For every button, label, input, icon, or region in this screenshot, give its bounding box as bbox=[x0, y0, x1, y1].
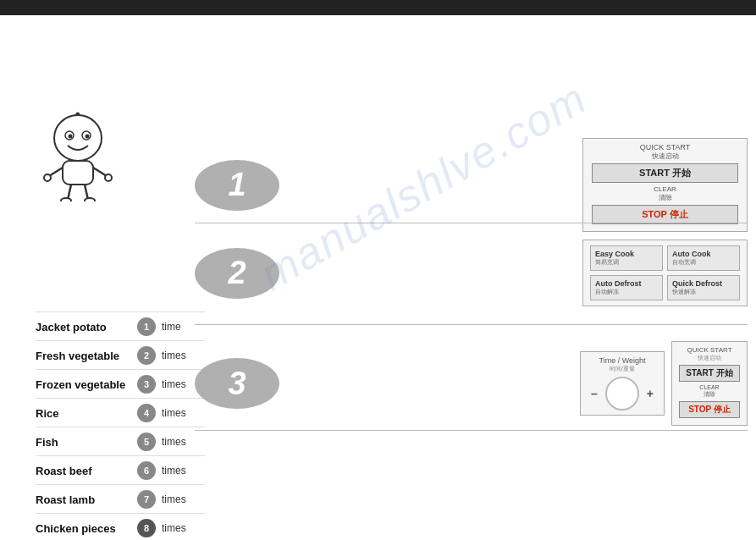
step-3-oval: 3 bbox=[195, 358, 279, 409]
stop-button-1[interactable]: STOP 停止 bbox=[592, 205, 738, 224]
panel2-cell-label-0: Easy Cook bbox=[595, 250, 658, 258]
divider-2 bbox=[195, 324, 748, 325]
sidebar-item-5: Fish5times bbox=[36, 427, 205, 456]
qs-label-3: QUICK START bbox=[679, 346, 740, 354]
panel-step3-right: QUICK START 快速启动 START 开始 CLEAR 清除 STOP … bbox=[671, 341, 748, 426]
step-2-number: 2 bbox=[228, 255, 246, 291]
qs-label-1: QUICK START bbox=[592, 143, 738, 152]
panel2-cell-2[interactable]: Auto Defrost自动解冻 bbox=[590, 275, 663, 300]
sidebar-times-4: times bbox=[162, 407, 186, 419]
sidebar-item-4: Rice4times bbox=[36, 399, 205, 427]
time-sub: 时间/重量 bbox=[588, 365, 657, 373]
panel2-cell-0[interactable]: Easy Cook简易烹调 bbox=[590, 245, 663, 271]
svg-point-7 bbox=[86, 135, 90, 139]
sidebar-badge-3: 3 bbox=[137, 375, 156, 394]
panel-step1: QUICK START 快速启动 START 开始 CLEAR 清除 STOP … bbox=[582, 138, 748, 232]
time-label: Time / Weight bbox=[588, 356, 657, 365]
sidebar-item-label-5: Fish bbox=[36, 436, 133, 449]
panel-step3-time: Time / Weight 时间/重量 – + bbox=[580, 351, 665, 416]
time-dial[interactable] bbox=[605, 377, 639, 411]
panel2-cell-label-3: Quick Defrost bbox=[672, 279, 735, 288]
panel2-cell-label-2: Auto Defrost bbox=[595, 279, 658, 288]
panel2-cell-sub-1: 自动烹调 bbox=[672, 258, 735, 267]
svg-rect-8 bbox=[63, 161, 93, 185]
sidebar-item-label-1: Jacket potato bbox=[36, 321, 133, 333]
step-section-3: 3 Time / Weight 时间/重量 – + QUICK START 快速… bbox=[195, 341, 748, 426]
sidebar-times-3: times bbox=[162, 378, 186, 390]
sidebar-badge-6: 6 bbox=[137, 461, 156, 480]
clear-sub-3: 清除 bbox=[679, 390, 740, 399]
clear-label-3: CLEAR bbox=[679, 384, 740, 390]
panel2-cell-label-1: Auto Cook bbox=[672, 250, 735, 258]
panel2-cell-1[interactable]: Auto Cook自动烹调 bbox=[667, 245, 740, 271]
top-bar bbox=[0, 0, 756, 15]
sidebar-item-8: Chicken pieces8times bbox=[36, 514, 205, 540]
sidebar-times-2: times bbox=[162, 350, 186, 361]
sidebar-badge-2: 2 bbox=[137, 346, 156, 365]
sidebar-item-1: Jacket potato1time bbox=[36, 311, 205, 341]
step-1-number: 1 bbox=[228, 167, 246, 203]
sidebar-item-2: Fresh vegetable2times bbox=[36, 341, 205, 370]
svg-line-10 bbox=[93, 168, 107, 176]
divider-1 bbox=[195, 223, 748, 223]
sidebar-times-6: times bbox=[162, 465, 186, 477]
sidebar-badge-5: 5 bbox=[137, 433, 156, 451]
sidebar-times-1: time bbox=[162, 321, 181, 333]
minus-btn[interactable]: – bbox=[588, 387, 601, 400]
sidebar-times-7: times bbox=[162, 493, 186, 505]
step-section-2: 2 Easy Cook简易烹调Auto Cook自动烹调Auto Defrost… bbox=[195, 240, 748, 306]
sidebar-badge-1: 1 bbox=[137, 317, 156, 336]
svg-point-16 bbox=[85, 198, 95, 201]
svg-point-3 bbox=[54, 115, 102, 161]
stop-button-3[interactable]: STOP 停止 bbox=[679, 401, 740, 418]
sidebar-times-8: times bbox=[162, 522, 186, 534]
sidebar-item-7: Roast lamb7times bbox=[36, 485, 205, 514]
qs-sub-1: 快速启动 bbox=[592, 152, 738, 161]
step-3-number: 3 bbox=[228, 366, 246, 402]
qs-sub-3: 快速启动 bbox=[679, 354, 740, 362]
plus-btn[interactable]: + bbox=[643, 387, 657, 400]
sidebar-item-label-4: Rice bbox=[36, 407, 133, 420]
clear-sub-1: 清除 bbox=[592, 193, 738, 202]
step3-panels: Time / Weight 时间/重量 – + QUICK START 快速启动… bbox=[580, 341, 748, 426]
panel-step2: Easy Cook简易烹调Auto Cook自动烹调Auto Defrost自动… bbox=[582, 240, 748, 306]
start-button-1[interactable]: START 开始 bbox=[592, 163, 738, 183]
main-content: Jacket potato1timeFresh vegetable2timesF… bbox=[0, 15, 756, 540]
clear-label-1: CLEAR bbox=[592, 185, 738, 193]
sidebar-item-label-7: Roast lamb bbox=[36, 493, 133, 506]
sidebar-badge-4: 4 bbox=[137, 404, 156, 422]
svg-point-6 bbox=[69, 135, 73, 139]
sidebar-item-label-8: Chicken pieces bbox=[36, 522, 133, 535]
time-controls: – + bbox=[588, 377, 657, 411]
svg-point-11 bbox=[44, 174, 51, 181]
sidebar-item-3: Frozen vegetable3times bbox=[36, 370, 205, 399]
step-1-oval: 1 bbox=[195, 160, 279, 211]
mascot bbox=[36, 108, 120, 197]
step-2-oval: 2 bbox=[195, 248, 279, 299]
panel2-cell-sub-3: 快速解冻 bbox=[672, 288, 735, 296]
divider-3 bbox=[195, 430, 748, 431]
step-section-1: 1 QUICK START 快速启动 START 开始 CLEAR 清除 STO… bbox=[195, 138, 748, 232]
panel2-cell-3[interactable]: Quick Defrost快速解冻 bbox=[667, 275, 740, 300]
svg-point-12 bbox=[105, 174, 112, 181]
sidebar-item-label-6: Roast beef bbox=[36, 465, 133, 477]
sidebar-times-5: times bbox=[162, 436, 186, 448]
sidebar-list: Jacket potato1timeFresh vegetable2timesF… bbox=[36, 311, 205, 540]
sidebar-item-label-2: Fresh vegetable bbox=[36, 350, 133, 362]
svg-point-15 bbox=[61, 198, 71, 201]
panel2-cell-sub-2: 自动解冻 bbox=[595, 288, 658, 296]
sidebar-item-label-3: Frozen vegetable bbox=[36, 378, 133, 391]
sidebar-item-6: Roast beef6times bbox=[36, 456, 205, 485]
panel2-cell-sub-0: 简易烹调 bbox=[595, 258, 658, 267]
svg-line-9 bbox=[49, 168, 63, 176]
sidebar-badge-7: 7 bbox=[137, 490, 156, 509]
sidebar-badge-8: 8 bbox=[137, 519, 156, 537]
start-button-3[interactable]: START 开始 bbox=[679, 365, 740, 382]
